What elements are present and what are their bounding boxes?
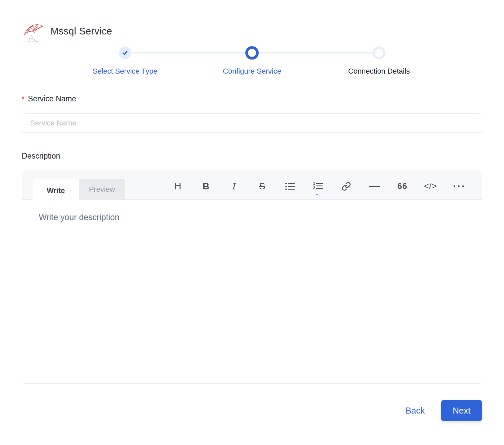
editor-write-area [22, 200, 482, 383]
checkmark-icon [122, 50, 128, 56]
code-icon[interactable]: </> [424, 180, 437, 193]
step-connection-details[interactable]: Connection Details [316, 46, 443, 76]
mssql-logo-icon [22, 20, 44, 42]
service-name-input[interactable] [22, 113, 482, 133]
editor-toolbar-strip: Write Preview H B I S [22, 171, 482, 200]
description-editor: Write Preview H B I S [22, 171, 482, 384]
back-button[interactable]: Back [405, 406, 425, 416]
horizontal-rule-icon[interactable] [368, 180, 381, 193]
description-textarea[interactable] [22, 200, 482, 383]
bold-icon[interactable]: B [199, 180, 213, 193]
tab-preview[interactable]: Preview [79, 179, 125, 199]
step-pending-circle[interactable] [373, 47, 385, 59]
more-options-icon[interactable] [452, 180, 465, 193]
italic-icon[interactable]: I [227, 180, 241, 193]
quote-icon[interactable]: 66 [396, 180, 409, 193]
step-select-service-type[interactable]: Select Service Type [61, 46, 188, 76]
unordered-list-icon[interactable] [283, 180, 297, 193]
page-title: Mssql Service [50, 26, 112, 37]
step-label: Configure Service [223, 67, 281, 76]
step-label: Connection Details [348, 67, 410, 76]
step-completed-circle[interactable] [119, 47, 131, 59]
required-asterisk: * [22, 95, 25, 103]
wizard-header: Mssql Service [22, 20, 482, 42]
strikethrough-icon[interactable]: S [255, 180, 269, 193]
svg-text:2: 2 [313, 186, 315, 190]
heading-icon[interactable]: H [171, 180, 184, 193]
ordered-list-icon[interactable]: 1 2 [311, 180, 325, 193]
step-active-circle[interactable] [245, 46, 259, 60]
wizard-stepper: Select Service Type Configure Service Co… [61, 46, 443, 76]
ordered-list-caret [315, 194, 319, 195]
step-configure-service[interactable]: Configure Service [188, 46, 316, 76]
next-button[interactable]: Next [441, 400, 482, 421]
mssql-service-wizard: Mssql Service Select Service Type [0, 0, 504, 421]
link-icon[interactable] [340, 180, 353, 193]
formatting-toolbar: H B I S 1 2 [171, 180, 465, 193]
service-name-label: *Service Name [22, 94, 482, 103]
tab-write[interactable]: Write [33, 179, 79, 202]
svg-text:1: 1 [313, 182, 315, 185]
step-label: Select Service Type [93, 67, 157, 76]
wizard-footer: Back Next [22, 400, 482, 421]
description-label: Description [22, 152, 482, 161]
